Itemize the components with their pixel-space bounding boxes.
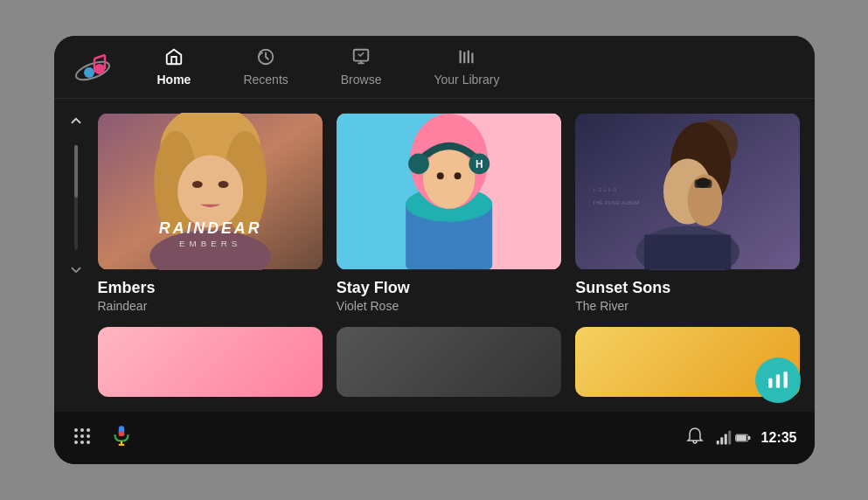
svg-rect-65 xyxy=(720,437,723,444)
nav-item-library[interactable]: Your Library xyxy=(407,36,525,98)
svg-point-54 xyxy=(74,434,78,438)
scroll-sidebar xyxy=(54,99,98,412)
card-subtitle-sunsetsons: The River xyxy=(575,299,800,313)
signal-battery xyxy=(716,430,751,446)
bottom-bar: 12:35 xyxy=(54,412,815,464)
card-subtitle-stayflow: Violet Rose xyxy=(337,299,561,313)
cards-row-1: RAINDEAR EMBERS Embers Raindear xyxy=(98,113,801,313)
svg-rect-66 xyxy=(724,434,726,445)
equalizer-icon xyxy=(767,369,789,392)
battery-icon xyxy=(735,432,751,444)
svg-point-59 xyxy=(87,441,90,444)
svg-point-19 xyxy=(177,155,243,227)
card-subtitle-embers: Raindear xyxy=(98,299,323,313)
svg-point-31 xyxy=(423,149,475,209)
svg-point-58 xyxy=(80,441,84,444)
svg-point-51 xyxy=(74,428,78,432)
svg-point-20 xyxy=(191,181,202,188)
card-title-stayflow: Stay Flow xyxy=(337,279,561,297)
scroll-track xyxy=(74,145,78,250)
svg-rect-45 xyxy=(644,234,731,269)
svg-rect-61 xyxy=(118,432,124,436)
nav-items: Home Recents xyxy=(131,36,797,98)
partial-card-2[interactable] xyxy=(337,327,561,397)
svg-text:RAINDEAR: RAINDEAR xyxy=(158,219,261,237)
microphone-button[interactable] xyxy=(110,424,133,452)
nav-label-recents: Recents xyxy=(243,73,288,87)
card-stayflow[interactable]: H Stay Flow Violet Rose xyxy=(337,113,561,313)
svg-point-53 xyxy=(87,428,90,432)
car-screen: Home Recents xyxy=(54,36,815,464)
signal-icon xyxy=(716,430,732,446)
card-image-sunsetsons: ♪ ♫ ♩ ♪ ♫ THE RIVER ALBUM xyxy=(575,113,800,270)
time-display: 12:35 xyxy=(761,430,797,446)
svg-line-5 xyxy=(94,55,105,59)
svg-point-32 xyxy=(408,153,429,174)
svg-point-55 xyxy=(80,434,84,438)
svg-point-2 xyxy=(94,64,105,74)
svg-rect-70 xyxy=(736,435,746,441)
bottom-right-status: 12:35 xyxy=(684,425,797,451)
svg-rect-43 xyxy=(695,179,712,188)
apps-button[interactable] xyxy=(72,426,93,451)
nav-item-recents[interactable]: Recents xyxy=(217,36,314,98)
browse-icon xyxy=(351,47,371,69)
svg-text:THE RIVER ALBUM: THE RIVER ALBUM xyxy=(593,200,639,205)
svg-rect-49 xyxy=(775,375,779,388)
main-content: RAINDEAR EMBERS Embers Raindear xyxy=(54,99,815,412)
nav-label-home: Home xyxy=(157,73,191,87)
svg-rect-69 xyxy=(747,436,750,440)
card-embers[interactable]: RAINDEAR EMBERS Embers Raindear xyxy=(98,113,323,313)
svg-point-21 xyxy=(218,181,228,188)
cards-area: RAINDEAR EMBERS Embers Raindear xyxy=(98,99,815,412)
nav-label-browse: Browse xyxy=(341,73,382,87)
svg-rect-48 xyxy=(768,378,772,388)
svg-rect-50 xyxy=(783,372,787,387)
partial-card-1[interactable] xyxy=(98,327,323,397)
nav-item-home[interactable]: Home xyxy=(131,36,218,98)
svg-text:H: H xyxy=(476,158,483,170)
svg-point-57 xyxy=(74,441,78,444)
card-image-embers: RAINDEAR EMBERS xyxy=(98,113,323,270)
app-logo xyxy=(72,46,114,88)
nav-item-browse[interactable]: Browse xyxy=(315,36,408,98)
scroll-down-button[interactable] xyxy=(63,257,89,288)
nav-label-library: Your Library xyxy=(434,73,499,87)
home-icon xyxy=(164,47,184,69)
library-icon xyxy=(457,47,476,69)
cards-row-2-partial xyxy=(98,327,801,397)
card-sunsetsons[interactable]: ♪ ♫ ♩ ♪ ♫ THE RIVER ALBUM Sunset Sons Th… xyxy=(575,113,800,313)
svg-point-35 xyxy=(437,172,444,179)
svg-point-1 xyxy=(84,67,94,78)
equalizer-button[interactable] xyxy=(755,358,801,403)
svg-point-52 xyxy=(80,428,84,432)
svg-text:♪ ♫ ♩ ♪ ♫: ♪ ♫ ♩ ♪ ♫ xyxy=(593,186,617,192)
top-nav: Home Recents xyxy=(54,36,815,99)
scroll-thumb xyxy=(74,145,78,198)
svg-rect-64 xyxy=(716,441,719,445)
bottom-left-controls xyxy=(72,424,133,452)
scroll-up-button[interactable] xyxy=(63,108,89,138)
svg-point-56 xyxy=(87,434,90,438)
recents-icon xyxy=(256,47,275,69)
card-title-embers: Embers xyxy=(98,279,323,297)
card-image-stayflow: H xyxy=(337,113,561,270)
svg-text:EMBERS: EMBERS xyxy=(178,239,240,248)
svg-rect-67 xyxy=(728,431,731,445)
svg-point-36 xyxy=(454,172,461,179)
notification-button[interactable] xyxy=(684,425,705,451)
card-title-sunsetsons: Sunset Sons xyxy=(575,279,800,297)
